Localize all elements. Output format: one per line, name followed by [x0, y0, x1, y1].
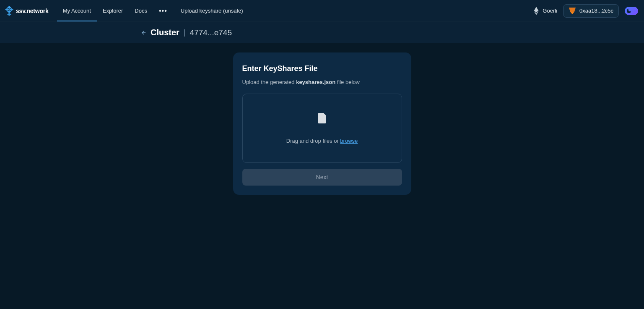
drop-text: Drag and drop files or browse [286, 138, 358, 144]
moon-icon [626, 8, 632, 14]
drop-prefix: Drag and drop files or [286, 138, 340, 144]
network-indicator[interactable]: Goerli [533, 7, 557, 15]
brand-name: ssv.network [16, 8, 49, 14]
ssv-logo-icon [5, 6, 13, 16]
card-sub-prefix: Upload the generated [242, 79, 296, 85]
nav-links: My Account Explorer Docs ••• Upload keys… [57, 0, 251, 21]
svg-marker-4 [7, 13, 11, 16]
top-nav: ssv.network My Account Explorer Docs •••… [0, 0, 644, 21]
sub-header: Cluster | 4774...e745 [0, 21, 644, 43]
back-arrow-icon[interactable] [140, 30, 146, 36]
topbar-right: Goerli 0xaa18...2c5c [533, 4, 638, 18]
card-sub-bold: keyshares.json [296, 79, 335, 85]
next-button[interactable]: Next [242, 169, 402, 186]
cluster-id: 4774...e745 [190, 28, 232, 37]
svg-marker-0 [7, 6, 11, 9]
card-sub-suffix: file below [335, 79, 360, 85]
cluster-separator: | [184, 28, 186, 37]
nav-upload-keyshare[interactable]: Upload keyshare (unsafe) [173, 8, 251, 14]
metamask-icon [569, 7, 576, 15]
file-icon [318, 113, 326, 123]
wallet-button[interactable]: 0xaa18...2c5c [563, 4, 619, 18]
keyshares-card: Enter KeyShares File Upload the generate… [233, 52, 411, 195]
svg-marker-5 [569, 8, 576, 12]
svg-marker-2 [9, 8, 13, 11]
card-subtitle: Upload the generated keyshares.json file… [242, 79, 402, 85]
svg-marker-1 [5, 8, 9, 11]
theme-toggle[interactable] [625, 7, 638, 15]
card-title: Enter KeyShares File [242, 64, 402, 73]
cluster-label: Cluster [151, 28, 179, 37]
nav-docs[interactable]: Docs [129, 0, 153, 21]
network-name: Goerli [543, 8, 557, 14]
wallet-address: 0xaa18...2c5c [579, 8, 613, 14]
file-dropzone[interactable]: Drag and drop files or browse [242, 94, 402, 163]
main-area: Enter KeyShares File Upload the generate… [0, 43, 644, 195]
svg-marker-6 [570, 12, 574, 14]
nav-more-icon[interactable]: ••• [153, 7, 173, 15]
ethereum-icon [533, 7, 539, 15]
nav-explorer[interactable]: Explorer [97, 0, 129, 21]
nav-my-account[interactable]: My Account [57, 0, 97, 21]
brand-logo[interactable]: ssv.network [5, 6, 49, 16]
browse-link[interactable]: browse [340, 138, 358, 144]
svg-marker-3 [7, 10, 11, 13]
